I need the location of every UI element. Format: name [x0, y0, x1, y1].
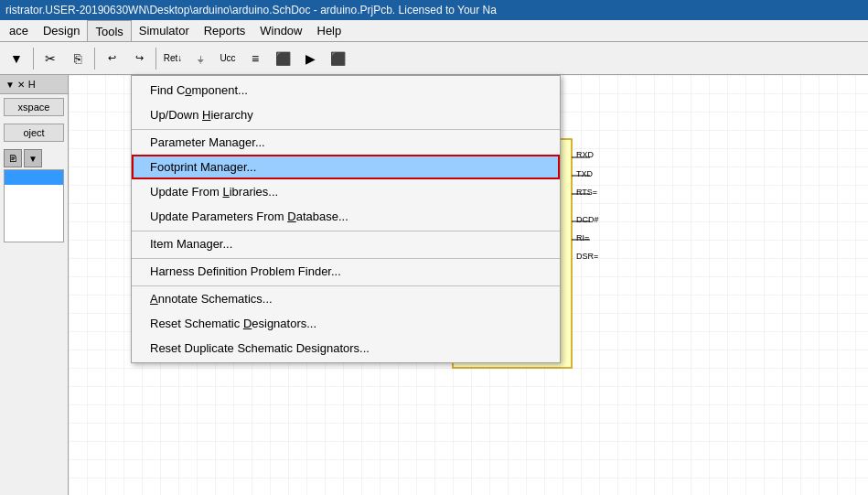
- menu-update-from-libraries[interactable]: Update From Libraries...: [132, 179, 560, 204]
- menu-item-manager[interactable]: Item Manager...: [132, 231, 560, 256]
- menu-item-reports[interactable]: Reports: [197, 20, 253, 41]
- title-bar: ristrator.USER-20190630WN\Desktop\arduin…: [0, 0, 868, 20]
- menu-update-params-db[interactable]: Update Parameters From Database...: [132, 204, 560, 229]
- left-panel: ▼ ✕ H xspace oject 🖹 ▼: [0, 75, 69, 495]
- net-dsr: DSR=: [576, 252, 598, 261]
- toolbar-btn-f[interactable]: ▶: [297, 46, 323, 71]
- menu-annotate-schematics[interactable]: Annotate Schematics...: [132, 285, 560, 311]
- menu-footprint-manager[interactable]: Footprint Manager...: [132, 155, 560, 179]
- toolbar-sep-1: [33, 48, 34, 70]
- tools-dropdown-menu: Find Component... Up/Down Hierarchy Para…: [131, 75, 561, 363]
- net-txd: TXD: [576, 169, 593, 178]
- menu-reset-duplicate[interactable]: Reset Duplicate Schematic Designators...: [132, 336, 560, 360]
- toolbar-sep-3: [155, 48, 156, 70]
- toolbar-btn-c[interactable]: Ucc: [215, 46, 241, 71]
- panel-list: [4, 169, 64, 242]
- panel-close-icon[interactable]: ▼ ✕: [5, 80, 25, 90]
- menu-harness-def[interactable]: Harness Definition Problem Finder...: [132, 258, 560, 284]
- left-panel-tab: ▼ ✕ H: [0, 75, 68, 94]
- menu-item-tools[interactable]: Tools: [87, 20, 131, 41]
- title-text: ristrator.USER-20190630WN\Desktop\arduin…: [5, 4, 497, 16]
- menu-reset-designators[interactable]: Reset Schematic Designators...: [132, 311, 560, 336]
- panel-btn-xspace[interactable]: xspace: [4, 98, 64, 116]
- panel-list-item-selected[interactable]: [5, 170, 63, 185]
- toolbar-btn-undo[interactable]: ↩: [99, 46, 124, 71]
- toolbar-btn-e[interactable]: ⬛: [270, 46, 295, 71]
- toolbar-btn-d[interactable]: ≡: [242, 46, 268, 71]
- net-dcd: DCD#: [576, 215, 599, 224]
- toolbar-btn-redo[interactable]: ↪: [126, 46, 152, 71]
- net-ri: RI=: [576, 233, 589, 242]
- net-rts: RTS=: [576, 188, 597, 197]
- toolbar-btn-scissors[interactable]: ✂: [38, 46, 63, 71]
- toolbar-sep-2: [94, 48, 95, 70]
- menu-parameter-manager[interactable]: Parameter Manager...: [132, 129, 560, 155]
- menu-item-ace[interactable]: ace: [2, 20, 36, 41]
- toolbar-btn-1[interactable]: ▼: [4, 46, 29, 71]
- panel-icon-2[interactable]: ▼: [24, 149, 42, 167]
- toolbar-btn-g[interactable]: ⬛: [325, 46, 350, 71]
- panel-tab-label: H: [28, 79, 36, 90]
- menu-updown-hierarchy[interactable]: Up/Down Hierarchy: [132, 102, 560, 127]
- menu-item-simulator[interactable]: Simulator: [132, 20, 197, 41]
- toolbar: ▼ ✂ ⎘ ↩ ↪ Ret↓ ⏚ Ucc ≡ ⬛ ▶ ⬛: [0, 42, 868, 75]
- panel-btn-oject[interactable]: oject: [4, 124, 64, 142]
- menu-item-window[interactable]: Window: [252, 20, 309, 41]
- toolbar-btn-a[interactable]: Ret↓: [160, 46, 186, 71]
- menu-bar: ace Design Tools Simulator Reports Windo…: [0, 20, 868, 42]
- net-rxd: RXD: [576, 150, 594, 159]
- toolbar-btn-copy[interactable]: ⎘: [65, 46, 91, 71]
- panel-icon-1[interactable]: 🖹: [4, 149, 22, 167]
- menu-item-help[interactable]: Help: [310, 20, 349, 41]
- toolbar-btn-b[interactable]: ⏚: [188, 46, 213, 71]
- menu-find-component[interactable]: Find Component...: [132, 78, 560, 102]
- menu-item-design[interactable]: Design: [36, 20, 87, 41]
